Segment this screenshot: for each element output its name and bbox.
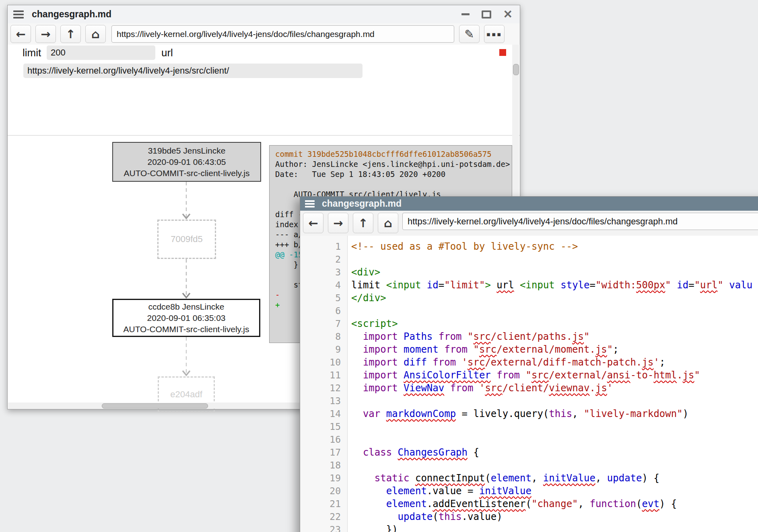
code-line[interactable]: 14 var markdownComp = lively.query(this,… [300,407,758,420]
code-line[interactable]: 7<script> [300,317,758,330]
line-number: 18 [300,459,347,472]
content-separator [8,135,520,136]
line-number: 15 [300,420,347,433]
url-value-input[interactable] [23,64,363,78]
forward-button[interactable]: → [35,25,56,43]
code-line[interactable]: 21 element.addEventListener("change", fu… [300,497,758,510]
commit-node-7009fd5[interactable]: 7009fd5 [157,220,216,259]
line-number: 1 [300,240,347,253]
line-number: 16 [300,433,347,446]
line-number: 4 [300,279,347,292]
code-line[interactable]: 16 [300,433,758,446]
code-line[interactable]: 5</div> [300,292,758,304]
vertical-scrollbar-thumb[interactable] [513,64,519,75]
code-line[interactable]: 15 [300,420,758,433]
window1-url-input[interactable] [111,25,454,43]
line-number: 8 [300,330,347,343]
line-number: 12 [300,382,347,394]
code-line[interactable]: 13 [300,394,758,407]
code-line[interactable]: 1<!-- used as a #Tool by lively-sync --> [300,240,758,253]
window1-titlebar[interactable]: changesgraph.md ✕ [8,5,520,24]
code-editor[interactable]: 1<!-- used as a #Tool by lively-sync -->… [300,236,758,532]
line-number: 10 [300,356,347,369]
commit-node-319bde5[interactable]: 319bde5 JensLincke2020-09-01 06:43:05AUT… [112,142,261,182]
line-number: 20 [300,485,347,497]
window1-title: changesgraph.md [32,9,111,20]
edit-button[interactable]: ✎ [459,25,480,43]
line-number: 11 [300,369,347,382]
line-number: 3 [300,266,347,279]
limit-input[interactable] [47,45,155,60]
code-line[interactable]: 2 [300,253,758,266]
up-button[interactable]: ↑ [60,25,81,43]
back-button[interactable]: ← [303,213,323,233]
code-line[interactable]: 3<div> [300,266,758,279]
line-number: 5 [300,292,347,304]
line-number: 22 [300,510,347,523]
code-line[interactable]: 20 element.value = initValue [300,485,758,497]
diff-line [275,179,506,189]
line-number: 2 [300,253,347,266]
home-button[interactable]: ⌂ [85,25,106,43]
code-line[interactable]: 18 [300,459,758,472]
window2-titlebar[interactable]: changesgraph.md [300,197,758,211]
line-number: 6 [300,304,347,317]
code-line[interactable]: 6 [300,304,758,317]
minimize-icon[interactable] [461,13,470,15]
line-number: 21 [300,497,347,510]
code-line[interactable]: 9 import moment from "src/external/momen… [300,343,758,356]
line-number: 13 [300,394,347,407]
window1-controls: ✕ [461,9,513,20]
limit-label: limit [23,47,41,59]
code-line[interactable]: 17 class ChangesGraph { [300,446,758,459]
back-button[interactable]: ← [10,25,31,43]
more-button[interactable]: ▪▪▪ [484,25,505,43]
line-number: 17 [300,446,347,459]
window2-title: changesgraph.md [322,198,402,209]
code-line[interactable]: 12 import ViewNav from 'src/client/viewn… [300,382,758,394]
code-line[interactable]: 8 import Paths from "src/client/paths.js… [300,330,758,343]
line-number: 7 [300,317,347,330]
line-number: 14 [300,407,347,420]
code-line[interactable]: 19 static connectInput(element, initValu… [300,472,758,485]
window-changesgraph-front: changesgraph.md ← → ↑ ⌂ 1<!-- used as a … [300,196,758,532]
code-line[interactable]: 22 update(this.value) [300,510,758,523]
maximize-icon[interactable] [482,10,491,18]
window1-toolbar: ← → ↑ ⌂ ✎ ▪▪▪ [8,23,520,45]
menu-icon[interactable] [13,10,24,18]
code-line[interactable]: 11 import AnsiColorFilter from "src/exte… [300,369,758,382]
line-number: 9 [300,343,347,356]
up-button[interactable]: ↑ [353,213,373,233]
diff-line: Date: Tue Sep 1 18:43:05 2020 +0200 [275,169,506,179]
horizontal-scrollbar-thumb[interactable] [102,403,208,409]
mutation-indicator [499,49,506,56]
commit-node-ccdce8b[interactable]: ccdce8b JensLincke2020-09-01 06:35:03AUT… [112,299,260,337]
code-line[interactable]: 10 import diff from 'src/external/diff-m… [300,356,758,369]
code-line[interactable]: 23 }) [300,523,758,532]
close-icon[interactable]: ✕ [503,9,513,20]
url-label: url [161,47,173,59]
forward-button[interactable]: → [328,213,348,233]
window2-toolbar: ← → ↑ ⌂ [300,211,758,236]
menu-icon[interactable] [305,200,315,207]
line-number: 19 [300,472,347,485]
diff-line: Author: JensLincke <jens.lincke@hpi.uni-… [275,159,506,169]
code-line[interactable]: 4limit <input id="limit"> url <input sty… [300,279,758,292]
diff-line: commit 319bde525b1048cbcfff6dffe61012ab8… [275,149,506,159]
home-button[interactable]: ⌂ [378,213,398,233]
window2-url-input[interactable] [402,213,758,230]
line-number: 23 [300,523,347,532]
